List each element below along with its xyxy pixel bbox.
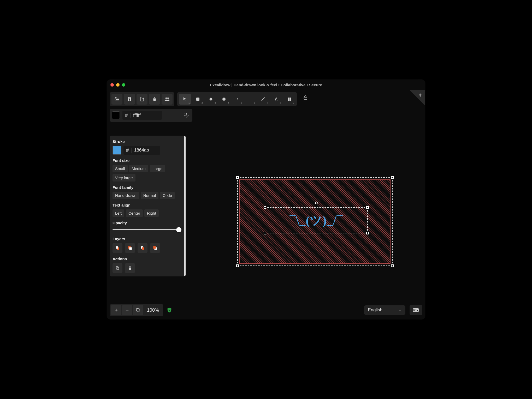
canvas-text: ¯\_(ツ)_/¯: [265, 213, 367, 229]
pencil-icon: [261, 97, 265, 101]
layers-buttons: [113, 243, 181, 253]
titlebar: Excalidraw | Hand-drawn look & feel • Co…: [107, 80, 425, 90]
layer-bring-forward[interactable]: [138, 243, 147, 253]
scrollbar[interactable]: [184, 136, 186, 276]
fontfamily-normal[interactable]: Normal: [141, 192, 158, 199]
zoom-reset-button[interactable]: [133, 305, 143, 315]
stroke-input-group: #: [123, 146, 160, 155]
svg-rect-7: [289, 99, 291, 101]
bg-color-swatch[interactable]: [112, 111, 120, 119]
encryption-badge[interactable]: [165, 306, 174, 314]
tool-ellipse[interactable]: 4: [218, 94, 230, 105]
language-selector[interactable]: English: [364, 305, 405, 315]
zoom-level[interactable]: 100%: [144, 307, 162, 313]
open-button[interactable]: [111, 94, 122, 105]
minus-icon: [125, 308, 129, 312]
resize-handle-tl[interactable]: [264, 206, 266, 209]
tool-selection[interactable]: 1: [179, 94, 191, 105]
top-toolbar-row: 1 2 3 4 5 6 7: [107, 90, 425, 107]
tool-library[interactable]: 9: [283, 94, 295, 105]
duplicate-icon: [115, 266, 120, 270]
resize-handle-tl[interactable]: [236, 176, 239, 179]
resize-handle-bl[interactable]: [264, 232, 266, 234]
fontsize-small[interactable]: Small: [113, 165, 128, 172]
resize-handle-tr[interactable]: [366, 206, 369, 209]
layer-bring-to-front[interactable]: [150, 243, 160, 253]
svg-rect-17: [153, 246, 156, 249]
svg-rect-18: [117, 267, 119, 270]
tool-line[interactable]: 6: [244, 94, 256, 105]
tool-rectangle[interactable]: 2: [192, 94, 204, 105]
shield-icon: [167, 307, 172, 313]
delete-button[interactable]: [125, 263, 135, 273]
github-corner[interactable]: [410, 90, 425, 106]
collaborate-button[interactable]: [162, 94, 173, 105]
zoom-out-button[interactable]: [122, 305, 132, 315]
zoom-in-button[interactable]: [111, 305, 121, 315]
fontsize-large[interactable]: Large: [150, 165, 165, 172]
layer-send-to-back[interactable]: [113, 243, 122, 253]
fontsize-medium[interactable]: Medium: [129, 165, 148, 172]
window-title: Excalidraw | Hand-drawn look & feel • Co…: [107, 83, 425, 87]
settings-button[interactable]: [182, 111, 190, 119]
fontfamily-section-label: Font family: [113, 185, 181, 190]
tool-number: 5: [241, 101, 242, 104]
svg-rect-19: [116, 267, 118, 269]
save-button[interactable]: [124, 94, 135, 105]
duplicate-button[interactable]: [113, 263, 122, 273]
tools-panel: 1 2 3 4 5 6 7: [177, 92, 297, 106]
tool-draw[interactable]: 7: [257, 94, 269, 105]
svg-point-3: [222, 98, 226, 101]
tool-number: 8: [280, 101, 281, 104]
tool-text[interactable]: 8: [270, 94, 282, 105]
layer-send-backward[interactable]: [125, 243, 135, 253]
svg-rect-8: [304, 97, 307, 99]
keyboard-shortcuts-button[interactable]: [410, 305, 422, 315]
tool-number: 6: [254, 101, 255, 104]
tool-diamond[interactable]: 3: [205, 94, 217, 105]
bg-color-input[interactable]: [131, 113, 162, 118]
fontfamily-handdrawn[interactable]: Hand-drawn: [113, 192, 139, 199]
textalign-center[interactable]: Center: [126, 209, 143, 217]
chevron-up-icon: [398, 308, 402, 312]
opacity-slider[interactable]: [113, 227, 181, 232]
resize-handle-br[interactable]: [366, 232, 369, 234]
resize-handle-tr[interactable]: [391, 176, 394, 179]
stroke-swatch[interactable]: [113, 146, 121, 155]
svg-point-9: [186, 115, 187, 116]
resize-handle-bl[interactable]: [236, 264, 239, 267]
svg-rect-2: [196, 98, 199, 101]
actions-section-label: Actions: [113, 257, 181, 261]
minimize-window-button[interactable]: [116, 83, 120, 87]
tool-number: 9: [293, 101, 294, 104]
svg-rect-20: [413, 309, 418, 312]
resize-handle-br[interactable]: [391, 264, 394, 267]
textalign-left[interactable]: Left: [113, 209, 124, 217]
fontsize-verylarge[interactable]: Very large: [113, 174, 135, 182]
tool-arrow[interactable]: 5: [231, 94, 243, 105]
lock-toggle[interactable]: [300, 92, 311, 103]
close-window-button[interactable]: [110, 83, 114, 87]
language-label: English: [368, 307, 382, 313]
text-icon: [274, 97, 279, 101]
rotate-handle[interactable]: [315, 202, 318, 204]
textalign-right[interactable]: Right: [144, 209, 159, 217]
clear-canvas-button[interactable]: [149, 94, 160, 105]
fontfamily-code[interactable]: Code: [160, 192, 175, 199]
arrow-icon: [234, 96, 240, 102]
selected-text-element[interactable]: ¯\_(ツ)_/¯: [265, 207, 368, 233]
reset-icon: [136, 308, 140, 312]
fontfamily-options: Hand-drawn Normal Code: [113, 192, 181, 199]
textalign-options: Left Center Right: [113, 209, 181, 217]
line-icon: [247, 96, 253, 102]
stroke-color-input[interactable]: [132, 148, 160, 153]
svg-rect-6: [288, 99, 289, 101]
plus-icon: [114, 308, 119, 312]
maximize-window-button[interactable]: [122, 83, 125, 87]
svg-rect-4: [288, 98, 289, 99]
properties-panel: Stroke # Font size Small Medium Large Ve…: [110, 136, 186, 276]
svg-rect-25: [415, 310, 417, 311]
export-button[interactable]: [137, 94, 147, 105]
tool-number: 7: [267, 101, 268, 104]
diamond-icon: [209, 97, 213, 101]
